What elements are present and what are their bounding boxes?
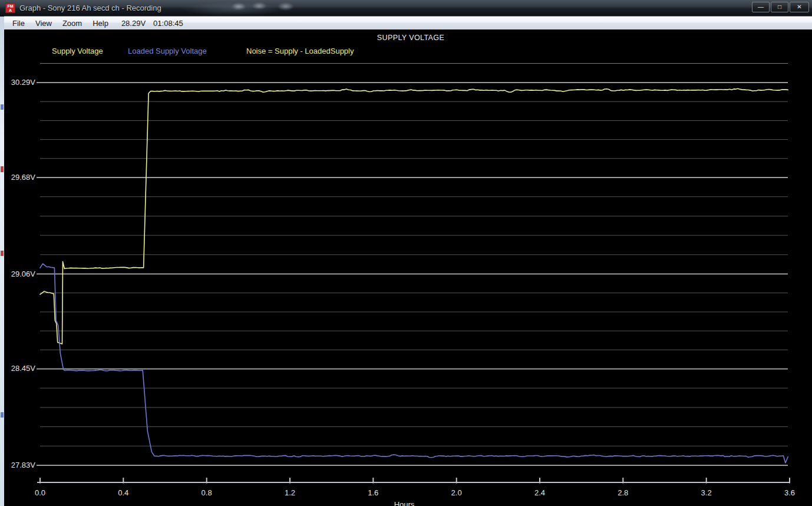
chart-title: SUPPLY VOLTAGE	[334, 34, 487, 42]
legend-item: Loaded Supply Voltage	[128, 47, 207, 55]
x-axis-tick-label: 2.4	[522, 488, 557, 497]
x-axis-title: Hours	[387, 500, 422, 506]
x-axis-tick-label: 0.4	[105, 488, 141, 497]
x-axis-tick-label: 3.6	[772, 488, 807, 497]
screen: FM A Graph - Sony 216 Ah secd ch - Recor…	[0, 0, 812, 506]
legend-item: Supply Voltage	[52, 47, 103, 55]
legend-item: Noise = Supply - LoadedSupply	[246, 47, 354, 55]
x-axis-tick-label: 0.0	[22, 488, 58, 497]
x-axis-tick-label: 0.8	[189, 488, 225, 497]
x-axis-tick-label: 2.8	[605, 488, 641, 497]
x-axis-tick-label: 1.2	[272, 488, 308, 497]
y-axis-tick-label: 29.06V	[5, 270, 35, 278]
y-axis-tick-label: 28.45V	[5, 364, 35, 373]
x-axis-tick-label: 1.6	[355, 488, 391, 497]
y-axis-tick-label: 27.83V	[5, 461, 35, 469]
y-axis-tick-label: 30.29V	[5, 78, 35, 87]
y-axis-tick-label: 29.68V	[5, 173, 35, 182]
voltage-plot[interactable]	[0, 0, 812, 506]
x-axis-tick-label: 2.0	[439, 488, 474, 497]
x-axis-tick-label: 3.2	[689, 488, 724, 497]
series-loaded-supply-voltage	[40, 264, 788, 463]
